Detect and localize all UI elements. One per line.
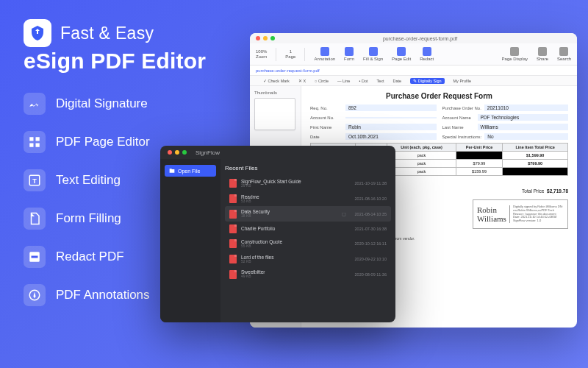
- fill-sign-button[interactable]: Fill & Sign: [363, 47, 383, 61]
- feature-item: PDF Page Editor: [24, 131, 150, 153]
- maximize-icon[interactable]: [182, 150, 187, 155]
- checkmark-tool[interactable]: ✓ Check Mark: [263, 79, 290, 83]
- svg-rect-0: [29, 137, 33, 141]
- feature-item: Digital Signature: [24, 93, 150, 115]
- editor-titlebar: purchase-order-request-form.pdf: [250, 33, 577, 43]
- feature-label: Redact PDF: [56, 250, 124, 264]
- list-item[interactable]: Charlie Portfolio2021-07-30 16:38: [225, 222, 391, 236]
- reqno-field: Req. No.892: [310, 105, 437, 111]
- signature-icon: [24, 93, 46, 115]
- line-tool[interactable]: — Line: [337, 79, 350, 83]
- pdf-file-icon: [229, 224, 237, 233]
- close-icon[interactable]: [256, 36, 260, 40]
- share-button[interactable]: Share: [537, 47, 548, 61]
- file-name: Readme53 KB: [241, 194, 351, 204]
- annotation-button[interactable]: Annotation: [314, 47, 335, 61]
- tagline: Fast & Easy: [60, 24, 154, 43]
- form-icon: [24, 208, 46, 230]
- file-name: SignFlow_Quick Start Guide29 KB: [241, 179, 351, 188]
- svg-rect-1: [36, 137, 40, 141]
- editor-toolbar: 100%Zoom 1Page Annotation Form Fill & Si…: [250, 43, 577, 66]
- pdf-file-icon: [229, 239, 237, 248]
- app-name: SignFlow: [196, 149, 220, 156]
- app-logo-icon: [24, 19, 51, 47]
- digitally-sign-tool[interactable]: ✎ Digitally Sign: [410, 78, 444, 84]
- zoom-control[interactable]: 100%Zoom: [256, 49, 267, 59]
- minimize-icon[interactable]: [175, 150, 179, 155]
- list-item[interactable]: SignFlow_Quick Start Guide29 KB2021-10-1…: [225, 176, 391, 191]
- fill-sign-toolbar: ✓ Check Mark ✕ X ○ Circle — Line • Dot T…: [250, 76, 577, 86]
- grid-icon: [24, 131, 46, 153]
- page-control[interactable]: 1Page: [285, 49, 295, 59]
- pdf-file-icon: [229, 210, 237, 219]
- redact-button[interactable]: Redact: [420, 47, 434, 61]
- file-date: 2021-08-16 10:20: [355, 197, 387, 201]
- redact-icon: [24, 246, 46, 268]
- recent-main: Recent Files SignFlow_Quick Start Guide2…: [220, 159, 395, 322]
- hero: Fast & Easy eSign PDF Editor: [24, 19, 206, 74]
- recent-heading: Recent Files: [225, 165, 391, 171]
- search-button[interactable]: Search: [557, 47, 571, 61]
- file-name: Charlie Portfolio: [241, 226, 351, 231]
- svg-rect-7: [32, 256, 38, 258]
- feature-list: Digital SignaturePDF Page EditorTText Ed…: [24, 93, 150, 322]
- signature-meta: Digitally signed by Robin Williams DN: c…: [509, 205, 564, 223]
- document-tab[interactable]: purchase-order-request-form.pdf: [256, 68, 320, 73]
- feature-item: Form Filling: [24, 208, 150, 230]
- title: eSign PDF Editor: [24, 49, 206, 74]
- pen-icon: [24, 284, 46, 306]
- open-file-button[interactable]: Open File: [165, 165, 216, 177]
- file-date: 2021-08-14 10:35: [355, 212, 387, 216]
- firstname-field: First NameRobin: [310, 124, 437, 130]
- feature-label: Text Editing: [56, 173, 121, 188]
- thumbnails-title: Thumbnails: [254, 91, 296, 95]
- feature-item: TText Editing: [24, 169, 150, 191]
- file-name: Data Security18 KB: [241, 209, 337, 219]
- pdf-file-icon: [229, 255, 237, 263]
- feature-item: Redact PDF: [24, 246, 150, 268]
- feature-item: PDF Annotations: [24, 284, 150, 306]
- form-button[interactable]: Form: [344, 47, 354, 61]
- acctno-field: Account No.: [310, 114, 437, 121]
- file-name: Lord of the flies52 KB: [241, 255, 351, 264]
- signature-box[interactable]: Robin Williams Digitally signed by Robin…: [473, 199, 568, 229]
- document-tabs: purchase-order-request-form.pdf: [250, 66, 577, 76]
- text-icon: T: [24, 169, 46, 191]
- file-list: SignFlow_Quick Start Guide29 KB2021-10-1…: [225, 176, 391, 282]
- feature-label: PDF Page Editor: [56, 135, 150, 149]
- file-date: 2021-07-30 16:38: [355, 227, 387, 231]
- file-date: 2021-10-19 11:38: [355, 181, 387, 185]
- special-field: Special Instructions:No: [442, 133, 569, 140]
- dot-tool[interactable]: • Dot: [359, 79, 368, 83]
- x-tool[interactable]: ✕ X: [298, 79, 306, 83]
- svg-text:T: T: [32, 177, 37, 185]
- page-thumbnail[interactable]: [254, 98, 295, 130]
- list-item[interactable]: Readme53 KB2021-08-16 10:20: [225, 191, 391, 207]
- signature-name: Robin Williams: [477, 205, 506, 223]
- recent-titlebar: SignFlow: [160, 146, 395, 159]
- list-item[interactable]: Construction Quote55 KB2020-10-12 16:11: [225, 236, 391, 252]
- date-tool[interactable]: Date: [393, 79, 402, 83]
- svg-rect-2: [29, 144, 33, 147]
- recent-sidebar: Open File: [160, 159, 220, 322]
- file-name: Construction Quote55 KB: [241, 239, 351, 249]
- bookmark-icon[interactable]: ◻: [342, 211, 346, 217]
- feature-label: Digital Signature: [56, 96, 148, 111]
- acctname-field: Account NamePDF Technologies: [442, 114, 569, 121]
- pdf-file-icon: [229, 194, 237, 203]
- folder-icon: [169, 168, 175, 174]
- pdf-file-icon: [229, 270, 237, 279]
- recent-files-window: SignFlow Open File Recent Files SignFlow…: [160, 146, 395, 322]
- svg-rect-3: [36, 144, 40, 147]
- circle-tool[interactable]: ○ Circle: [315, 79, 329, 83]
- text-tool[interactable]: Text: [376, 79, 384, 83]
- page-display-button[interactable]: Page Display: [502, 47, 528, 61]
- pdf-file-icon: [229, 179, 237, 188]
- file-name: Sweetbitter49 KB: [241, 269, 351, 279]
- page-edit-button[interactable]: Page Edit: [392, 47, 411, 61]
- list-item[interactable]: Sweetbitter49 KB2020-08-09 11:36: [225, 266, 391, 282]
- list-item[interactable]: Data Security18 KB◻2021-08-14 10:35: [225, 206, 391, 222]
- close-icon[interactable]: [168, 150, 172, 155]
- list-item[interactable]: Lord of the flies52 KB2020-09-22 10:10: [225, 252, 391, 267]
- my-profile-button[interactable]: My Profile: [453, 79, 471, 83]
